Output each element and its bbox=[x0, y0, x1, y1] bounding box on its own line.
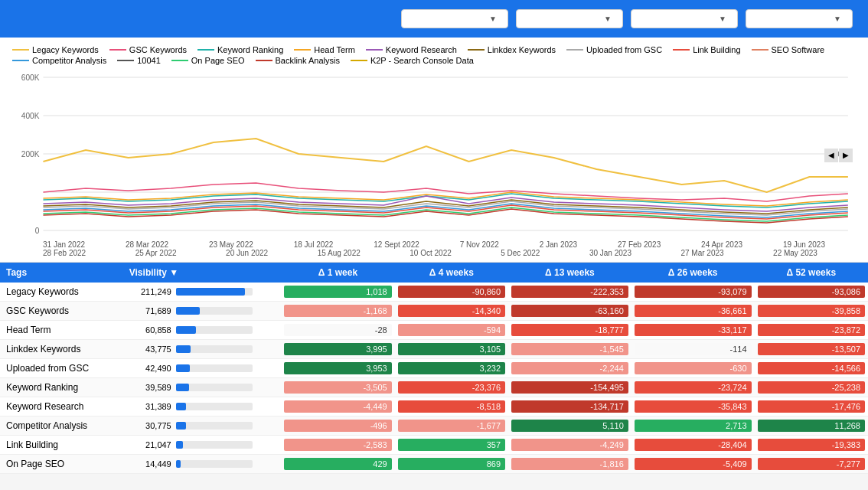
delta-13weeks: -1,816 bbox=[508, 455, 631, 474]
legend-label: Keyword Research bbox=[386, 45, 457, 54]
legend-label: Link Building bbox=[693, 45, 740, 54]
delta-13weeks: -18,777 bbox=[508, 321, 631, 340]
delta-4weeks: -594 bbox=[395, 321, 508, 340]
delta-26weeks: -36,661 bbox=[631, 302, 755, 321]
delta-1week: -4,449 bbox=[281, 397, 394, 416]
delta-4weeks: -90,860 bbox=[395, 283, 508, 302]
x-axis-label: 31 Jan 2022 bbox=[43, 240, 85, 249]
legend-color bbox=[171, 60, 188, 61]
delta-4weeks: -23,376 bbox=[395, 378, 508, 397]
legend-label: Backlink Analysis bbox=[276, 56, 340, 65]
tags-dropdown[interactable]: ▼ bbox=[631, 9, 738, 28]
legend-item-link-building: Link Building bbox=[673, 45, 740, 54]
svg-text:400K: 400K bbox=[21, 112, 40, 120]
col-tags: Tags bbox=[0, 263, 123, 283]
col-52weeks: Δ 52 weeks bbox=[755, 263, 868, 283]
chart-next-button[interactable]: ▶ bbox=[839, 149, 853, 162]
x-axis-label: 23 May 2022 bbox=[209, 240, 253, 249]
delta-52weeks: -23,872 bbox=[755, 321, 868, 340]
delta-4weeks: -1,677 bbox=[395, 416, 508, 436]
header-controls: ▼ ▼ ▼ ▼ bbox=[401, 9, 853, 28]
x-axis-label: 19 Jun 2023 bbox=[783, 240, 825, 249]
x-axis-label: 28 Mar 2022 bbox=[126, 240, 168, 249]
x-axis-label: 18 Jul 2022 bbox=[294, 240, 334, 249]
x-axis-top: 31 Jan 202228 Mar 202223 May 202218 Jul … bbox=[12, 240, 856, 249]
visibility-cell: 30,775 bbox=[123, 416, 282, 436]
delta-1week: 3,953 bbox=[281, 359, 394, 378]
delta-26weeks: -28,404 bbox=[631, 436, 755, 455]
x-axis-label: 28 Feb 2022 bbox=[43, 249, 86, 257]
legend-label: K2P - Search Console Data bbox=[370, 56, 474, 65]
delta-4weeks: 357 bbox=[395, 436, 508, 455]
legend-item-keyword-research: Keyword Research bbox=[366, 45, 457, 54]
delta-52weeks: -7,277 bbox=[755, 455, 868, 474]
tag-name: Competitor Analysis bbox=[0, 416, 123, 436]
legend-item-uploaded-from-gsc: Uploaded from GSC bbox=[566, 45, 662, 54]
delta-4weeks: 3,232 bbox=[395, 359, 508, 378]
table-row: Linkdex Keywords 43,775 3,995 3,105 -1,5… bbox=[0, 340, 868, 359]
visibility-cell: 43,775 bbox=[123, 340, 282, 359]
delta-52weeks: -17,476 bbox=[755, 397, 868, 416]
visibility-cell: 71,689 bbox=[123, 302, 282, 321]
legend-item-seo-software: SEO Software bbox=[752, 45, 825, 54]
data-table-section: Tags Visibility ▼ Δ 1 week Δ 4 weeks Δ 1… bbox=[0, 263, 868, 474]
delta-26weeks: 2,713 bbox=[631, 416, 755, 436]
visibility-table: Tags Visibility ▼ Δ 1 week Δ 4 weeks Δ 1… bbox=[0, 263, 868, 474]
legend-item-k2p---search-console-data: K2P - Search Console Data bbox=[351, 56, 474, 65]
x-axis-label: 25 Apr 2022 bbox=[135, 249, 177, 257]
delta-52weeks: 11,268 bbox=[755, 416, 868, 436]
tag-name: Link Building bbox=[0, 436, 123, 455]
delta-52weeks: -19,383 bbox=[755, 436, 868, 455]
legend-color bbox=[566, 49, 583, 51]
legend-color bbox=[117, 60, 134, 61]
legend-item-legacy-keywords: Legacy Keywords bbox=[12, 45, 99, 54]
legend-color bbox=[673, 49, 690, 51]
legend-label: Legacy Keywords bbox=[32, 45, 99, 54]
legend-color bbox=[468, 49, 485, 51]
tag-name: Uploaded from GSC bbox=[0, 359, 123, 378]
date-range-dropdown[interactable]: ▼ bbox=[746, 9, 853, 28]
col-1week: Δ 1 week bbox=[281, 263, 394, 283]
table-body: Legacy Keywords 211,249 1,018 -90,860 -2… bbox=[0, 283, 868, 474]
col-visibility[interactable]: Visibility ▼ bbox=[123, 263, 282, 283]
x-axis-label: 7 Nov 2022 bbox=[460, 240, 499, 249]
delta-13weeks: -154,495 bbox=[508, 378, 631, 397]
visibility-cell: 39,589 bbox=[123, 378, 282, 397]
legend-item-on-page-seo: On Page SEO bbox=[171, 56, 245, 65]
delta-1week: 3,995 bbox=[281, 340, 394, 359]
col-26weeks: Δ 26 weeks bbox=[631, 263, 755, 283]
svg-text:600K: 600K bbox=[21, 74, 40, 82]
col-4weeks: Δ 4 weeks bbox=[395, 263, 508, 283]
delta-1week: -496 bbox=[281, 416, 394, 436]
delta-52weeks: -93,086 bbox=[755, 283, 868, 302]
table-row: Uploaded from GSC 42,490 3,953 3,232 -2,… bbox=[0, 359, 868, 378]
visibility-cell: 31,389 bbox=[123, 397, 282, 416]
visibility-cell: 42,490 bbox=[123, 359, 282, 378]
delta-1week: 429 bbox=[281, 455, 394, 474]
table-row: Competitor Analysis 30,775 -496 -1,677 5… bbox=[0, 416, 868, 436]
table-row: Keyword Ranking 39,589 -3,505 -23,376 -1… bbox=[0, 378, 868, 397]
delta-1week: 1,018 bbox=[281, 283, 394, 302]
x-axis-bottom: 28 Feb 202225 Apr 202220 Jun 202215 Aug … bbox=[12, 249, 856, 257]
legend-label: Linkdex Keywords bbox=[488, 45, 556, 54]
legend-label: Keyword Ranking bbox=[217, 45, 283, 54]
chart-prev-button[interactable]: ◀ bbox=[824, 149, 838, 162]
delta-52weeks: -25,238 bbox=[755, 378, 868, 397]
domains-dropdown[interactable]: ▼ bbox=[516, 9, 623, 28]
search-engine-dropdown[interactable]: ▼ bbox=[401, 9, 508, 28]
header: ▼ ▼ ▼ ▼ bbox=[0, 0, 868, 38]
visibility-cell: 211,249 bbox=[123, 283, 282, 302]
legend-item-competitor-analysis: Competitor Analysis bbox=[12, 56, 106, 65]
tag-name: Legacy Keywords bbox=[0, 283, 123, 302]
tag-name: Keyword Ranking bbox=[0, 378, 123, 397]
legend-label: Competitor Analysis bbox=[32, 56, 106, 65]
legend-color bbox=[109, 49, 126, 51]
legend-item-keyword-ranking: Keyword Ranking bbox=[197, 45, 283, 54]
legend-color bbox=[197, 49, 214, 51]
date-range-arrow: ▼ bbox=[834, 15, 841, 23]
x-axis-label: 5 Dec 2022 bbox=[501, 249, 540, 257]
line-chart: 600K 400K 200K 0 bbox=[12, 70, 856, 238]
legend-color bbox=[294, 49, 311, 51]
delta-52weeks: -39,858 bbox=[755, 302, 868, 321]
x-axis-label: 10 Oct 2022 bbox=[410, 249, 451, 257]
